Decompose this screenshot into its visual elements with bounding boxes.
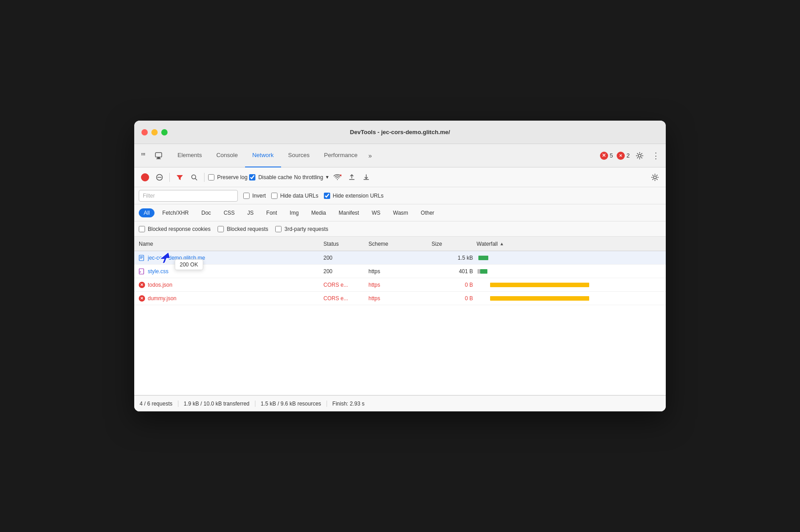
titlebar: DevTools - jec-cors-demo.glitch.me/ bbox=[134, 121, 666, 144]
type-css-button[interactable]: CSS bbox=[218, 208, 240, 217]
col-waterfall-header[interactable]: Waterfall ▲ bbox=[477, 241, 661, 247]
blocked-response-cookies-checkbox[interactable] bbox=[139, 226, 145, 232]
tab-sources[interactable]: Sources bbox=[281, 144, 317, 167]
row-4-name: ✕ dummy.json bbox=[139, 295, 323, 302]
row-3-name: ✕ todos.json bbox=[139, 282, 323, 288]
disable-cache-label[interactable]: Disable cache bbox=[249, 174, 292, 180]
blocked-requests-checkbox[interactable] bbox=[218, 226, 224, 232]
tab-icons bbox=[138, 149, 165, 162]
record-button[interactable] bbox=[139, 171, 151, 184]
row-1-name: jec-cors-demo.glitch.me bbox=[139, 255, 323, 261]
status-bar: 4 / 6 requests 1.9 kB / 10.0 kB transfer… bbox=[134, 395, 666, 411]
row-3-waterfall bbox=[477, 278, 661, 291]
row-2-waterfall bbox=[477, 265, 661, 278]
disable-cache-checkbox[interactable] bbox=[249, 174, 255, 180]
resource-types-bar: All Fetch/XHR Doc CSS JS Font Img Media … bbox=[134, 204, 666, 221]
type-img-button[interactable]: Img bbox=[285, 208, 304, 217]
svg-rect-16 bbox=[349, 179, 355, 180]
error-count-2: 2 bbox=[627, 152, 630, 159]
col-size-header[interactable]: Size bbox=[432, 241, 477, 247]
cursor-icon-btn[interactable] bbox=[138, 149, 150, 162]
row-2-name: # style.css bbox=[139, 268, 323, 275]
maximize-button[interactable] bbox=[161, 129, 168, 135]
close-button[interactable] bbox=[141, 129, 148, 135]
network-conditions-button[interactable] bbox=[331, 171, 344, 184]
blocked-bar: Blocked response cookies Blocked request… bbox=[134, 221, 666, 237]
svg-rect-6 bbox=[155, 153, 162, 157]
svg-rect-0 bbox=[141, 153, 142, 154]
hide-extension-urls-label[interactable]: Hide extension URLs bbox=[324, 193, 384, 199]
search-button[interactable] bbox=[188, 171, 200, 184]
table-row[interactable]: # style.css 200 https 401 B bbox=[134, 265, 666, 278]
col-scheme-header[interactable]: Scheme bbox=[368, 241, 432, 247]
tabs: Elements Console Network Sources Perform… bbox=[170, 144, 600, 167]
type-fetch-xhr-button[interactable]: Fetch/XHR bbox=[157, 208, 194, 217]
svg-rect-19 bbox=[139, 255, 144, 261]
tab-network[interactable]: Network bbox=[245, 144, 281, 167]
type-other-button[interactable]: Other bbox=[416, 208, 439, 217]
more-tabs-button[interactable]: » bbox=[365, 152, 376, 159]
toolbar-divider-1 bbox=[169, 173, 170, 182]
import-button[interactable] bbox=[345, 171, 358, 184]
finish-status: Finish: 2.93 s bbox=[327, 401, 370, 407]
col-status-header[interactable]: Status bbox=[323, 241, 368, 247]
type-font-button[interactable]: Font bbox=[261, 208, 282, 217]
table-row[interactable]: jec-cors-demo.glitch.me 200 https 1.5 kB… bbox=[134, 251, 666, 265]
third-party-requests-label[interactable]: 3rd-party requests bbox=[275, 226, 328, 232]
preserve-log-checkbox[interactable] bbox=[208, 174, 214, 180]
row-4-waterfall bbox=[477, 292, 661, 305]
waterfall-bar-3 bbox=[490, 283, 589, 287]
svg-rect-4 bbox=[144, 153, 145, 154]
more-options-button[interactable]: ⋮ bbox=[650, 149, 662, 162]
error-count-1: 5 bbox=[610, 152, 613, 159]
table-row[interactable]: ✕ todos.json CORS e... https 0 B bbox=[134, 278, 666, 292]
tab-elements[interactable]: Elements bbox=[170, 144, 209, 167]
filter-bar: Invert Hide data URLs Hide extension URL… bbox=[134, 187, 666, 204]
tab-performance[interactable]: Performance bbox=[317, 144, 364, 167]
hide-data-urls-checkbox[interactable] bbox=[271, 193, 277, 199]
hide-data-urls-label[interactable]: Hide data URLs bbox=[271, 193, 318, 199]
preserve-log-label[interactable]: Preserve log bbox=[208, 174, 247, 180]
row-1-waterfall bbox=[477, 251, 661, 264]
table-body: jec-cors-demo.glitch.me 200 https 1.5 kB… bbox=[134, 251, 666, 395]
minimize-button[interactable] bbox=[151, 129, 158, 135]
type-doc-button[interactable]: Doc bbox=[196, 208, 216, 217]
table-header: Name Status Scheme Size Waterfall ▲ bbox=[134, 237, 666, 251]
invert-label[interactable]: Invert bbox=[243, 193, 266, 199]
table-row[interactable]: ✕ dummy.json CORS e... https 0 B bbox=[134, 292, 666, 305]
tabs-right: ✕ 5 ✕ 2 ⋮ bbox=[600, 149, 662, 162]
error-icon-4: ✕ bbox=[139, 295, 145, 302]
filter-input[interactable] bbox=[139, 190, 238, 202]
settings-gear-button[interactable] bbox=[633, 149, 646, 162]
svg-point-9 bbox=[638, 154, 641, 157]
network-settings-button[interactable] bbox=[649, 171, 661, 184]
filter-button[interactable] bbox=[173, 171, 186, 184]
svg-rect-17 bbox=[364, 179, 369, 180]
svg-rect-5 bbox=[144, 154, 145, 155]
type-media-button[interactable]: Media bbox=[306, 208, 331, 217]
type-manifest-button[interactable]: Manifest bbox=[334, 208, 364, 217]
main-toolbar: Preserve log Disable cache No throttling… bbox=[134, 167, 666, 187]
tooltip: 200 OK bbox=[175, 259, 203, 270]
row-2-scheme: https bbox=[368, 268, 432, 275]
type-all-button[interactable]: All bbox=[139, 208, 155, 217]
blocked-response-cookies-label[interactable]: Blocked response cookies bbox=[139, 226, 210, 232]
type-wasm-button[interactable]: Wasm bbox=[388, 208, 414, 217]
type-js-button[interactable]: JS bbox=[242, 208, 259, 217]
row-3-name-text: todos.json bbox=[148, 282, 173, 288]
throttling-selector[interactable]: No throttling ▼ bbox=[294, 174, 330, 180]
export-button[interactable] bbox=[360, 171, 373, 184]
tab-console[interactable]: Console bbox=[209, 144, 245, 167]
invert-checkbox[interactable] bbox=[243, 193, 250, 199]
clear-button[interactable] bbox=[153, 171, 166, 184]
svg-rect-7 bbox=[157, 157, 160, 158]
inspect-icon-btn[interactable] bbox=[152, 149, 165, 162]
type-ws-button[interactable]: WS bbox=[367, 208, 385, 217]
traffic-lights bbox=[141, 129, 168, 135]
row-2-status: 200 bbox=[323, 268, 368, 275]
hide-extension-urls-checkbox[interactable] bbox=[324, 193, 330, 199]
third-party-requests-checkbox[interactable] bbox=[275, 226, 282, 232]
error-badge-1: ✕ 5 bbox=[600, 152, 613, 160]
blocked-requests-label[interactable]: Blocked requests bbox=[218, 226, 268, 232]
col-name-header[interactable]: Name bbox=[139, 241, 323, 247]
